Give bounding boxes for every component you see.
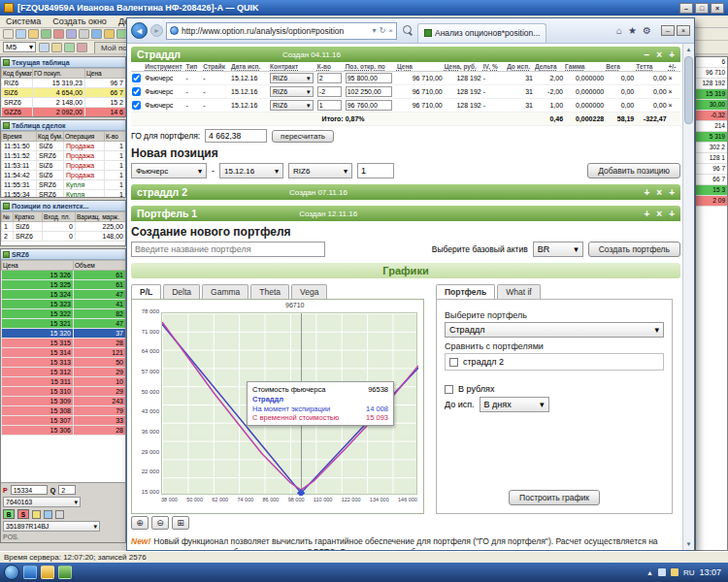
zoom-out-icon[interactable]: ⊖	[151, 516, 169, 530]
window-titlebar[interactable]: Текущая таблица	[1, 57, 125, 68]
portfolio-panel-1[interactable]: Портфель 1 Создан 12.11.16 + × +	[131, 206, 680, 221]
timeframe-combo[interactable]: M5▾	[3, 42, 36, 52]
toolbar-icon[interactable]	[79, 29, 89, 39]
chart-tab-vega[interactable]: Vega	[291, 284, 327, 299]
portfolio-panel-straddle2[interactable]: страддл 2 Создан 07.11.16 + × +	[131, 184, 680, 200]
column-header[interactable]: Контракт	[269, 62, 316, 72]
bid-row[interactable]: 15 31350	[2, 358, 126, 368]
grid-row[interactable]: Фьючерс--15.12.16RIZ6▾96 710,00128 192-3…	[131, 85, 680, 99]
table-row[interactable]: 11:53:11SiZ6Продажа1	[2, 161, 126, 171]
options-tab-what-if[interactable]: What if	[497, 284, 540, 299]
contract-select[interactable]: RIZ6▾	[270, 73, 313, 83]
column-header[interactable]: Тетта	[635, 62, 667, 72]
column-header[interactable]: Кратко	[14, 212, 43, 222]
table-row[interactable]: 11:55:31SRZ6Купля1	[2, 180, 126, 190]
table-row[interactable]: 11:55:34SRZ6Купля1	[2, 190, 126, 199]
refresh-icon[interactable]: ↻	[380, 26, 386, 35]
build-chart-button[interactable]: Построить график	[509, 490, 600, 505]
ask-row[interactable]: 15 32037	[2, 329, 126, 339]
portfolio-select[interactable]: Страддл▾	[445, 322, 664, 338]
contract-select[interactable]: RIZ6▾	[270, 86, 313, 97]
options-tab-портфель[interactable]: Портфель	[436, 284, 495, 299]
forward-button[interactable]: ►	[150, 24, 163, 37]
expand-icon[interactable]: +	[644, 187, 649, 198]
column-header[interactable]: ГО покуп.	[33, 69, 85, 79]
order-tool-icon[interactable]	[55, 510, 64, 519]
bid-row[interactable]: 15 30628	[2, 426, 126, 436]
tray-expand-icon[interactable]: ▲	[646, 569, 653, 576]
bid-row[interactable]: 15 30733	[2, 416, 126, 426]
open-price-input[interactable]	[346, 73, 393, 83]
address-bar[interactable]: http://www.option.ru/analysis/option#pos…	[166, 22, 397, 40]
zoom-in-icon[interactable]: ⊕	[131, 516, 149, 530]
ask-row[interactable]: 15 32147	[2, 319, 126, 329]
expand-icon[interactable]: +	[644, 209, 649, 219]
column-header[interactable]: +/-	[668, 62, 680, 72]
column-header[interactable]: Поз. откр. по	[345, 62, 396, 72]
column-header[interactable]: Дельта	[534, 62, 564, 72]
column-header[interactable]: Цена	[85, 69, 126, 79]
toolbar-icon[interactable]	[3, 29, 14, 39]
column-header[interactable]: Тип	[184, 62, 202, 72]
column-header[interactable]: Цена	[396, 62, 444, 72]
qty-input[interactable]	[58, 485, 76, 495]
chart-tab-gamma[interactable]: Gamma	[202, 284, 248, 299]
column-header[interactable]: Вега	[605, 62, 635, 72]
column-header[interactable]: Цена, руб.	[444, 62, 482, 72]
delete-row-icon[interactable]: ×	[668, 72, 680, 85]
column-header[interactable]: Вход. пл.	[43, 212, 76, 222]
star-icon[interactable]: ★	[628, 25, 637, 36]
grid-row[interactable]: Фьючерс--15.12.16RIZ6▾96 710,00128 192-3…	[131, 99, 680, 113]
browser-scrollbar[interactable]: ▲ ▼	[682, 44, 694, 550]
portfolio-panel-straddle[interactable]: Страддл Создан 04.11.16 − × +	[131, 47, 680, 62]
chart-tab-delta[interactable]: Delta	[163, 284, 200, 299]
table-row[interactable]: 11:51:52SRZ6Продажа1	[2, 151, 126, 161]
order-tool-icon[interactable]	[44, 510, 52, 519]
ask-row[interactable]: 15 32447	[2, 290, 126, 300]
toolbar-icon[interactable]	[41, 29, 51, 39]
taskbar-app-quik[interactable]	[58, 566, 72, 579]
qty-input[interactable]	[317, 100, 343, 111]
order-tool-icon[interactable]	[32, 510, 41, 519]
add-icon[interactable]: +	[669, 49, 675, 60]
column-header[interactable]: IV, %	[482, 62, 506, 72]
column-header[interactable]: Код бум.	[37, 132, 64, 142]
close-icon[interactable]: ×	[656, 187, 662, 198]
home-icon[interactable]: ⌂	[616, 25, 622, 36]
add-icon[interactable]: +	[669, 187, 675, 198]
toolbar-icon[interactable]	[39, 43, 50, 52]
toolbar-icon[interactable]	[53, 29, 64, 39]
contract-select[interactable]: RIZ6▾	[288, 163, 352, 178]
close-button[interactable]: ×	[711, 3, 724, 14]
new-qty-input[interactable]	[357, 163, 394, 178]
open-price-input[interactable]	[346, 100, 393, 111]
table-row[interactable]: 11:51:50SiZ6Продажа1	[2, 142, 126, 151]
toolbar-icon[interactable]	[64, 43, 75, 52]
scroll-thumb[interactable]	[684, 56, 693, 124]
address-dropdown-icon[interactable]: ▾	[373, 26, 377, 35]
column-header[interactable]: К-во	[105, 132, 126, 142]
tray-icon[interactable]	[658, 568, 666, 576]
qty-input[interactable]	[317, 86, 343, 97]
bid-row[interactable]: 15 30879	[2, 406, 126, 416]
column-header[interactable]: Дата исп.	[230, 62, 269, 72]
column-header[interactable]: Объем	[74, 261, 126, 271]
go-input[interactable]	[205, 129, 267, 143]
toolbar-icon[interactable]	[66, 29, 77, 39]
table-row[interactable]: SRZ62 148,0015 2	[2, 98, 126, 108]
toolbar-icon[interactable]	[51, 43, 62, 52]
toolbar-icon[interactable]	[91, 29, 102, 39]
column-header[interactable]: Операция	[64, 132, 105, 142]
browser-close-button[interactable]: ×	[677, 25, 690, 36]
search-icon[interactable]	[400, 23, 414, 38]
menu-item-создать-окно[interactable]: Создать окно	[52, 16, 107, 26]
bid-row[interactable]: 15 31229	[2, 368, 126, 377]
compare-checkbox[interactable]	[449, 358, 458, 367]
taskbar-app-browser[interactable]	[23, 566, 37, 579]
browser-tab[interactable]: Анализ опционов*position...	[417, 23, 546, 43]
bid-row[interactable]: 15 31029	[2, 387, 126, 397]
chart-tab-p-l[interactable]: P/L	[131, 284, 161, 299]
open-price-input[interactable]	[346, 86, 393, 97]
table-row[interactable]: SiZ64 654,0066 7	[2, 88, 126, 98]
column-header[interactable]: №	[2, 212, 14, 222]
